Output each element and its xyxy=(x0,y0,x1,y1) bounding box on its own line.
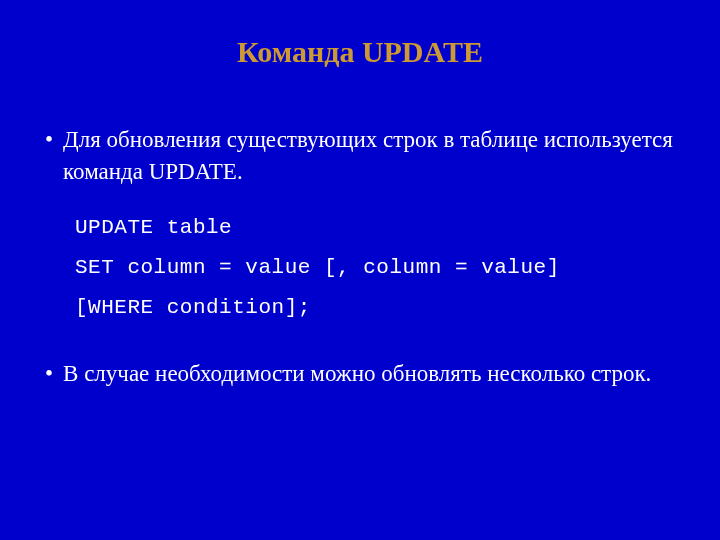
bullet-text: В случае необходимости можно обновлять н… xyxy=(63,358,651,390)
code-line: [WHERE condition]; xyxy=(75,288,675,328)
bullet-item: • В случае необходимости можно обновлять… xyxy=(45,358,675,390)
bullet-marker-icon: • xyxy=(45,124,53,156)
slide-title: Команда UPDATE xyxy=(45,35,675,69)
bullet-item: • Для обновления существующих строк в та… xyxy=(45,124,675,188)
code-block: UPDATE table SET column = value [, colum… xyxy=(75,208,675,328)
code-line: UPDATE table xyxy=(75,208,675,248)
bullet-text: Для обновления существующих строк в табл… xyxy=(63,124,675,188)
code-line: SET column = value [, column = value] xyxy=(75,248,675,288)
bullet-marker-icon: • xyxy=(45,358,53,390)
